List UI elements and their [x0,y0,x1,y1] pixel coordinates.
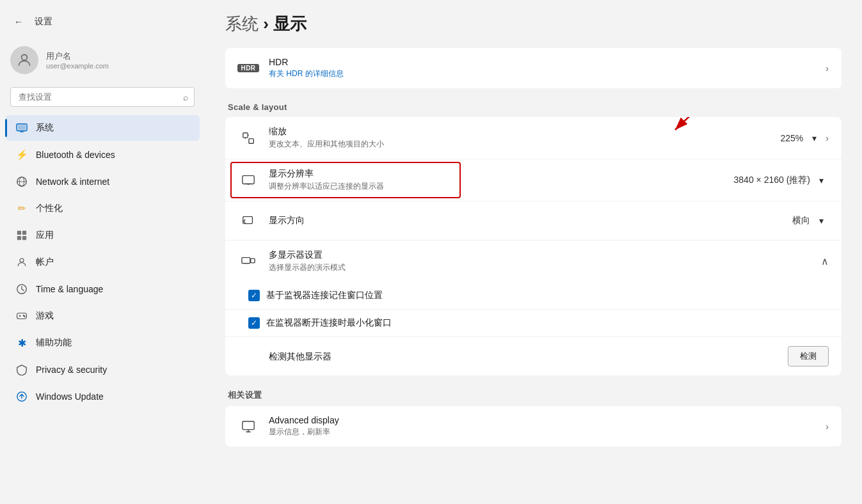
hdr-title: HDR [269,57,815,67]
detect-row: 检测其他显示器 检测 [225,337,842,375]
checkbox-2[interactable]: ✓ [248,317,260,329]
svg-rect-2 [18,125,26,130]
apps-icon [15,229,28,242]
page-title: 显示 [273,14,307,33]
search-box: ⌕ [10,87,195,107]
sidebar-item-accounts[interactable]: 帐户 [5,249,200,275]
scale-subtitle: 更改文本、应用和其他项目的大小 [269,139,770,150]
breadcrumb: 系统 [225,14,259,33]
sidebar-item-label-update: Windows Update [36,391,104,402]
sidebar-item-label-bluetooth: Bluetooth & devices [36,150,115,160]
privacy-icon [15,363,28,376]
scale-chevron: › [826,133,829,143]
time-icon [15,283,28,295]
resolution-title: 显示分辨率 [269,168,724,180]
hdr-text: HDR 有关 HDR 的详细信息 [269,57,815,79]
resolution-text: 显示分辨率 调整分辨率以适应已连接的显示器 [269,168,724,192]
scale-dropdown[interactable]: ▾ [807,130,822,146]
checkbox-2-label: 在监视器断开连接时最小化窗口 [266,317,392,329]
multi-display-chevron: ∧ [821,255,829,267]
multi-display-icon [238,251,259,272]
update-icon [15,390,28,403]
sidebar-item-label-privacy: Privacy & security [36,365,107,375]
orientation-title: 显示方向 [269,215,782,226]
sidebar-item-time[interactable]: Time & language [5,276,200,302]
detect-text: 检测其他显示器 [269,350,778,363]
sidebar-header: ← 设置 [0,8,205,40]
user-info: 用户名 user@example.com [46,51,109,70]
sidebar-item-accessibility[interactable]: ✱ 辅助功能 [5,330,200,356]
svg-rect-11 [22,236,26,240]
orientation-dropdown[interactable]: ▾ [814,213,829,228]
multi-display-subtitle: 选择显示器的演示模式 [269,262,811,273]
related-settings-label: 相关设置 [225,379,842,406]
orientation-row[interactable]: 显示方向 横向 ▾ [225,201,842,240]
sidebar-item-network[interactable]: Network & internet [5,169,200,194]
checkbox-row-2[interactable]: ✓ 在监视器断开连接时最小化窗口 [225,310,842,337]
hdr-row[interactable]: HDR HDR 有关 HDR 的详细信息 › [225,48,842,88]
sidebar-item-privacy[interactable]: Privacy & security [5,357,200,382]
sidebar-item-bluetooth[interactable]: ⚡ Bluetooth & devices [5,142,200,168]
multi-display-text: 多显示器设置 选择显示器的演示模式 [269,249,811,273]
orientation-right[interactable]: 横向 ▾ [792,213,829,228]
hdr-icon: HDR [238,58,259,79]
sidebar-item-apps[interactable]: 应用 [5,223,200,248]
resolution-dropdown[interactable]: ▾ [814,173,829,188]
detect-button[interactable]: 检测 [788,346,829,366]
checkbox-1[interactable]: ✓ [248,290,260,301]
search-input[interactable] [10,87,195,107]
avatar [10,46,38,74]
sidebar-item-system[interactable]: 系统 [5,115,200,141]
orientation-icon [238,210,259,231]
hdr-chevron: › [826,63,829,74]
sidebar-item-gaming[interactable]: 游戏 [5,303,200,329]
settings-title: 设置 [35,16,52,28]
svg-rect-26 [243,175,254,184]
hdr-card: HDR HDR 有关 HDR 的详细信息 › [225,48,842,88]
svg-rect-30 [242,257,250,263]
bluetooth-icon: ⚡ [15,148,28,161]
scale-row[interactable]: 缩放 更改文本、应用和其他项目的大小 225% ▾ › [225,117,842,159]
checkbox-1-label: 基于监视器连接记住窗口位置 [266,290,383,301]
sidebar-item-label-accounts: 帐户 [36,256,54,268]
sidebar: ← 设置 用户名 user@example.com ⌕ 系 [0,0,205,504]
svg-rect-9 [22,231,26,235]
svg-point-17 [23,315,24,317]
sidebar-item-update[interactable]: Windows Update [5,384,200,409]
accessibility-icon: ✱ [15,336,28,349]
svg-rect-8 [17,231,21,235]
svg-rect-4 [19,131,25,132]
hdr-subtitle: 有关 HDR 的详细信息 [269,68,815,79]
sidebar-item-label-apps: 应用 [36,230,54,241]
svg-rect-22 [243,132,248,137]
separator: › [263,14,273,33]
svg-rect-31 [251,258,255,262]
scale-value: 225% [781,133,804,143]
checkbox-row-1[interactable]: ✓ 基于监视器连接记住窗口位置 [225,282,842,310]
advanced-display-row[interactable]: Advanced display 显示信息，刷新率 › [225,406,842,446]
detect-label: 检测其他显示器 [269,351,331,361]
multi-display-row[interactable]: 多显示器设置 选择显示器的演示模式 ∧ [225,240,842,282]
main-content: 系统 › 显示 HDR HDR 有关 HDR 的详细信息 › Scale & l… [205,0,862,504]
orientation-text: 显示方向 [269,215,782,226]
back-button[interactable]: ← [10,14,27,29]
resolution-right[interactable]: 3840 × 2160 (推荐) ▾ [734,173,829,188]
sidebar-item-label-accessibility: 辅助功能 [36,337,72,349]
multi-display-right: ∧ [821,255,829,267]
orientation-value: 横向 [792,215,810,226]
resolution-row[interactable]: 显示分辨率 调整分辨率以适应已连接的显示器 3840 × 2160 (推荐) ▾ [225,159,842,201]
scale-icon [238,128,259,148]
advanced-display-right: › [826,421,829,432]
scale-layout-card: 缩放 更改文本、应用和其他项目的大小 225% ▾ › 显示分辨率 调整 [225,117,842,375]
user-profile[interactable]: 用户名 user@example.com [0,40,205,84]
hdr-right: › [826,63,829,74]
advanced-display-subtitle: 显示信息，刷新率 [269,427,815,437]
sidebar-item-personalization[interactable]: ✏ 个性化 [5,196,200,221]
advanced-display-title: Advanced display [269,415,815,425]
advanced-display-icon [238,416,259,437]
sidebar-item-label-gaming: 游戏 [36,310,54,322]
sidebar-item-label-system: 系统 [36,122,54,134]
hdr-badge: HDR [237,64,259,72]
scale-right[interactable]: 225% ▾ › [781,130,829,146]
scale-title: 缩放 [269,126,770,138]
